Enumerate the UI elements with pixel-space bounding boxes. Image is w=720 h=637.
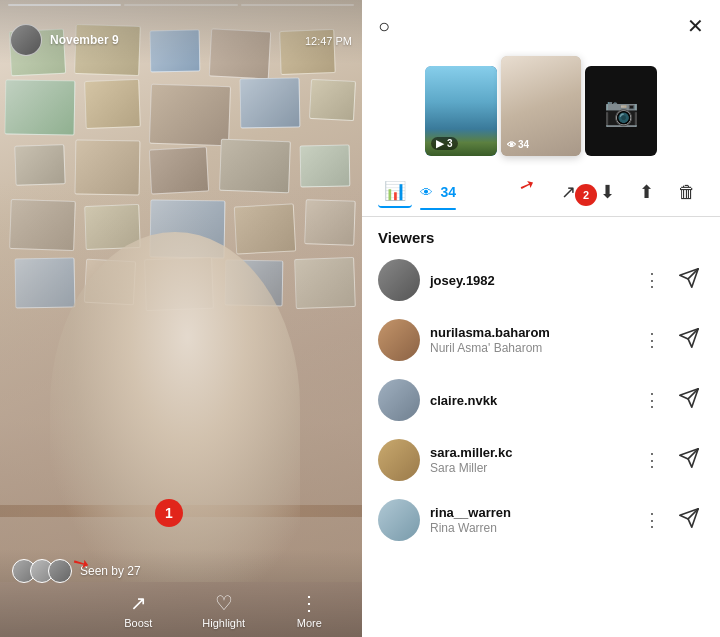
viewer-username-5: rina__warren (430, 505, 635, 520)
viewer-send-btn-5[interactable] (670, 503, 704, 538)
annotation-arrow-2: ➚ (517, 172, 539, 198)
camera-icon: 📷 (604, 95, 639, 128)
viewer-avatar-claire (378, 379, 420, 421)
highlight-action[interactable]: ♡ Highlight (194, 591, 254, 629)
views-count-area: 👁 34 (420, 183, 456, 201)
highlight-icon: ♡ (215, 591, 233, 615)
highlight-label: Highlight (202, 617, 245, 629)
story-date: November 9 (50, 33, 119, 47)
viewer-send-btn-1[interactable] (670, 263, 704, 298)
viewer-fullname-2: Nuril Asma' Baharom (430, 341, 635, 355)
thumbnail-1[interactable]: ▶3 (425, 66, 497, 156)
viewer-item-5[interactable]: rina__warren Rina Warren ⋮ (362, 490, 720, 550)
more-icon: ⋮ (299, 591, 319, 615)
viewer-avatar-rina (378, 499, 420, 541)
views-number: 34 (440, 184, 456, 200)
story-owner-avatar (10, 24, 42, 56)
more-label: More (297, 617, 322, 629)
thumbnail-3[interactable]: 📷 (585, 66, 657, 156)
viewer-more-btn-5[interactable]: ⋮ (635, 505, 670, 535)
viewer-avatar-sara (378, 439, 420, 481)
more-action[interactable]: ⋮ More (279, 591, 339, 629)
viewer-username-1: josey.1982 (430, 273, 635, 288)
viewer-item-3[interactable]: claire.nvkk ⋮ (362, 370, 720, 430)
viewer-username-2: nurilasma.baharom (430, 325, 635, 340)
viewer-fullname-5: Rina Warren (430, 521, 635, 535)
viewer-avatars-group (12, 559, 72, 583)
boost-icon: ↗ (130, 591, 147, 615)
thumbnail-2[interactable]: 👁34 (501, 56, 581, 156)
viewer-avatar-3 (48, 559, 72, 583)
viewers-section: Viewers (362, 217, 720, 250)
viewer-info-4: sara.miller.kc Sara Miller (430, 445, 635, 475)
boost-label: Boost (124, 617, 152, 629)
viewer-info-3: claire.nvkk (430, 393, 635, 408)
story-meta: November 9 (50, 33, 119, 47)
viewer-more-btn-3[interactable]: ⋮ (635, 385, 670, 415)
stats-bar: 📊 👁 34 2 ➚ ↗ ⬇ ⬆ 🗑 (362, 168, 720, 217)
story-header: November 9 12:47 PM (0, 0, 362, 64)
story-actions-bar: ↗ Boost ♡ Highlight ⋮ More (0, 591, 362, 629)
insights-panel: ○ ✕ ▶3 👁34 📷 📊 👁 34 (362, 0, 720, 637)
viewer-info-1: josey.1982 (430, 273, 635, 288)
close-icon[interactable]: ✕ (687, 14, 704, 38)
story-thumbnails-row: ▶3 👁34 📷 (362, 48, 720, 168)
viewer-avatar-josey (378, 259, 420, 301)
viewer-more-btn-1[interactable]: ⋮ (635, 265, 670, 295)
settings-icon[interactable]: ○ (378, 15, 390, 38)
annotation-badge-2: 2 (575, 184, 597, 206)
viewer-avatar-nurilasma (378, 319, 420, 361)
viewer-list: josey.1982 ⋮ nurilasma.baharom Nuril Asm… (362, 250, 720, 637)
insights-header: ○ ✕ (362, 0, 720, 48)
story-panel: November 9 12:47 PM 1 ➘ Seen by 27 ↗ Boo… (0, 0, 362, 637)
story-bottom-bar: Seen by 27 ↗ Boost ♡ Highlight ⋮ More (0, 549, 362, 637)
viewer-more-btn-2[interactable]: ⋮ (635, 325, 670, 355)
story-time: 12:47 PM (305, 35, 352, 47)
viewer-send-btn-2[interactable] (670, 323, 704, 358)
viewer-send-btn-4[interactable] (670, 443, 704, 478)
thumb-count-2: 👁34 (507, 139, 529, 150)
viewer-item-1[interactable]: josey.1982 ⋮ (362, 250, 720, 310)
viewer-send-btn-3[interactable] (670, 383, 704, 418)
annotation-badge-1: 1 (155, 499, 183, 527)
boost-action[interactable]: ↗ Boost (108, 591, 168, 629)
viewer-username-3: claire.nvkk (430, 393, 635, 408)
chart-icon: 📊 (384, 180, 406, 202)
viewer-info-2: nurilasma.baharom Nuril Asma' Baharom (430, 325, 635, 355)
delete-icon[interactable]: 🗑 (670, 178, 704, 207)
eye-icon: 👁 (420, 185, 433, 200)
viewer-fullname-4: Sara Miller (430, 461, 635, 475)
viewer-item-4[interactable]: sara.miller.kc Sara Miller ⋮ (362, 430, 720, 490)
viewer-more-btn-4[interactable]: ⋮ (635, 445, 670, 475)
viewer-info-5: rina__warren Rina Warren (430, 505, 635, 535)
viewers-title: Viewers (378, 229, 704, 246)
share-icon[interactable]: ⬆ (631, 177, 662, 207)
viewers-row[interactable]: Seen by 27 (0, 559, 362, 583)
viewer-item-2[interactable]: nurilasma.baharom Nuril Asma' Baharom ⋮ (362, 310, 720, 370)
viewer-username-4: sara.miller.kc (430, 445, 635, 460)
thumb-count-1: ▶3 (431, 137, 458, 150)
views-stat[interactable]: 📊 (378, 176, 412, 208)
